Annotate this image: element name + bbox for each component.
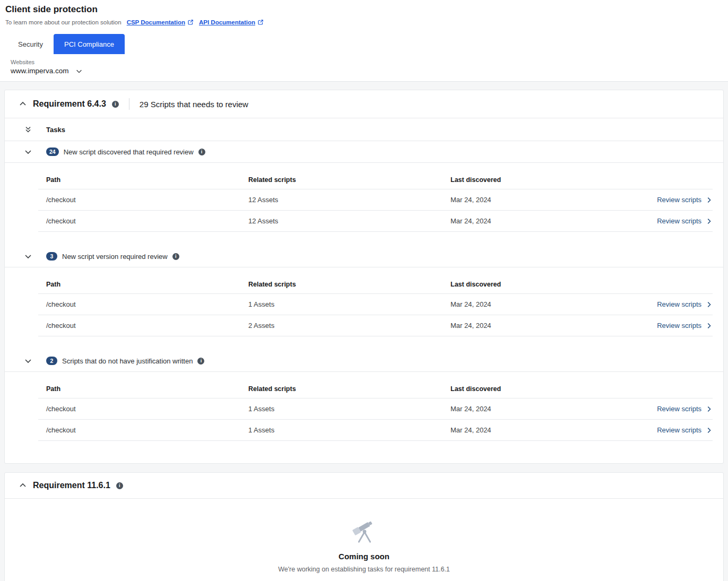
chevron-down-icon[interactable] <box>24 148 32 156</box>
api-documentation-label: API Documentation <box>199 19 255 25</box>
cell-last-discovered: Mar 24, 2024 <box>450 322 657 329</box>
csp-documentation-link[interactable]: CSP Documentation <box>127 19 194 25</box>
requirement-11-6-1-card: Requirement 11.6.1 i Coming soon We're w… <box>4 472 724 581</box>
review-scripts-label: Review scripts <box>657 300 701 308</box>
table-row: /checkout 12 Assets Mar 24, 2024 Review … <box>38 211 713 232</box>
review-scripts-label: Review scripts <box>657 405 701 413</box>
cell-path: /checkout <box>46 405 248 413</box>
tasks-label: Tasks <box>46 126 65 134</box>
column-last-discovered: Last discovered <box>450 385 713 393</box>
requirement-6-4-3-card: Requirement 6.4.3 i 29 Scripts that need… <box>4 90 724 464</box>
cell-last-discovered: Mar 24, 2024 <box>450 300 657 308</box>
cell-last-discovered: Mar 24, 2024 <box>450 196 657 204</box>
info-icon[interactable]: i <box>197 358 204 365</box>
page-subtitle-row: To learn more about our protection solut… <box>5 19 723 25</box>
cell-path: /checkout <box>46 196 248 204</box>
column-related-scripts: Related scripts <box>248 385 450 393</box>
tab-pci-compliance[interactable]: PCI Compliance <box>54 34 125 54</box>
requirement-title: Requirement 6.4.3 <box>33 99 106 109</box>
column-related-scripts: Related scripts <box>248 176 450 184</box>
collapse-all-icon[interactable] <box>24 125 32 134</box>
section-3-table: Path Related scripts Last discovered /ch… <box>38 379 713 441</box>
cell-path: /checkout <box>46 217 248 225</box>
chevron-right-icon <box>705 322 713 329</box>
divider <box>129 98 129 110</box>
count-badge: 3 <box>46 252 57 261</box>
page-header: Client side protection To learn more abo… <box>0 0 728 54</box>
telescope-icon <box>348 513 380 545</box>
table-row: /checkout 1 Assets Mar 24, 2024 Review s… <box>38 398 713 420</box>
cell-last-discovered: Mar 24, 2024 <box>450 426 657 434</box>
review-scripts-button[interactable]: Review scripts <box>657 300 713 308</box>
cell-last-discovered: Mar 24, 2024 <box>450 405 657 413</box>
review-scripts-label: Review scripts <box>657 217 701 225</box>
column-last-discovered: Last discovered <box>450 176 713 184</box>
cell-path: /checkout <box>46 426 248 434</box>
coming-soon-title: Coming soon <box>5 552 723 561</box>
section-title: Scripts that do not have justification w… <box>62 357 193 365</box>
chevron-down-icon <box>75 67 83 75</box>
review-scripts-label: Review scripts <box>657 426 701 434</box>
collapse-requirement-button[interactable] <box>19 100 27 108</box>
review-scripts-button[interactable]: Review scripts <box>657 322 713 329</box>
table-header-row: Path Related scripts Last discovered <box>38 275 713 294</box>
section-new-script-version: 3 New script version required review i <box>5 246 723 267</box>
review-scripts-button[interactable]: Review scripts <box>657 405 713 413</box>
review-scripts-button[interactable]: Review scripts <box>657 217 713 225</box>
page-subtitle: To learn more about our protection solut… <box>5 19 122 25</box>
collapse-requirement-button[interactable] <box>19 481 27 490</box>
tab-bar: Security PCI Compliance <box>5 34 723 54</box>
info-icon[interactable]: i <box>116 482 123 489</box>
info-icon[interactable]: i <box>172 253 179 260</box>
column-related-scripts: Related scripts <box>248 281 450 288</box>
cell-related-scripts: 2 Assets <box>248 322 450 329</box>
tab-security[interactable]: Security <box>7 34 54 54</box>
chevron-down-icon[interactable] <box>24 252 32 261</box>
external-link-icon <box>187 19 194 25</box>
section-title: New script discovered that required revi… <box>64 148 194 156</box>
table-row: /checkout 1 Assets Mar 24, 2024 Review s… <box>38 420 713 441</box>
table-header-row: Path Related scripts Last discovered <box>38 170 713 189</box>
csp-documentation-label: CSP Documentation <box>127 19 185 25</box>
review-scripts-button[interactable]: Review scripts <box>657 196 713 204</box>
cell-related-scripts: 1 Assets <box>248 405 450 413</box>
api-documentation-link[interactable]: API Documentation <box>199 19 264 25</box>
section-no-justification: 2 Scripts that do not have justification… <box>5 350 723 372</box>
count-badge: 24 <box>46 148 59 156</box>
chevron-down-icon[interactable] <box>24 357 32 365</box>
cell-path: /checkout <box>46 300 248 308</box>
section-title: New script version required review <box>62 253 168 261</box>
coming-soon-panel: Coming soon We're working on establishin… <box>5 499 723 581</box>
tasks-header-row: Tasks <box>5 118 723 141</box>
section-2-table: Path Related scripts Last discovered /ch… <box>38 275 713 336</box>
website-selector[interactable]: www.imperva.com <box>11 67 717 75</box>
requirement-11-6-1-header: Requirement 11.6.1 i <box>5 473 723 499</box>
table-row: /checkout 2 Assets Mar 24, 2024 Review s… <box>38 315 713 336</box>
external-link-icon <box>257 19 264 25</box>
cell-related-scripts: 12 Assets <box>248 196 450 204</box>
review-scripts-label: Review scripts <box>657 196 701 204</box>
chevron-right-icon <box>705 196 713 204</box>
review-scripts-label: Review scripts <box>657 322 701 329</box>
table-row: /checkout 12 Assets Mar 24, 2024 Review … <box>38 189 713 211</box>
website-selector-value: www.imperva.com <box>11 67 69 75</box>
coming-soon-subtitle: We're working on establishing tasks for … <box>5 566 723 573</box>
main-content: Requirement 6.4.3 i 29 Scripts that need… <box>0 82 728 581</box>
column-path: Path <box>46 385 248 393</box>
cell-path: /checkout <box>46 322 248 329</box>
chevron-right-icon <box>705 218 713 225</box>
column-path: Path <box>46 281 248 288</box>
column-last-discovered: Last discovered <box>450 281 713 288</box>
column-path: Path <box>46 176 248 184</box>
review-scripts-button[interactable]: Review scripts <box>657 426 713 434</box>
section-new-script-discovered: 24 New script discovered that required r… <box>5 141 723 163</box>
chevron-right-icon <box>705 405 713 413</box>
requirement-6-4-3-header: Requirement 6.4.3 i 29 Scripts that need… <box>5 90 723 118</box>
chevron-right-icon <box>705 427 713 434</box>
websites-label: Websites <box>11 59 717 65</box>
cell-last-discovered: Mar 24, 2024 <box>450 217 657 225</box>
info-icon[interactable]: i <box>112 101 119 108</box>
table-row: /checkout 1 Assets Mar 24, 2024 Review s… <box>38 294 713 315</box>
info-icon[interactable]: i <box>198 149 205 155</box>
cell-related-scripts: 12 Assets <box>248 217 450 225</box>
